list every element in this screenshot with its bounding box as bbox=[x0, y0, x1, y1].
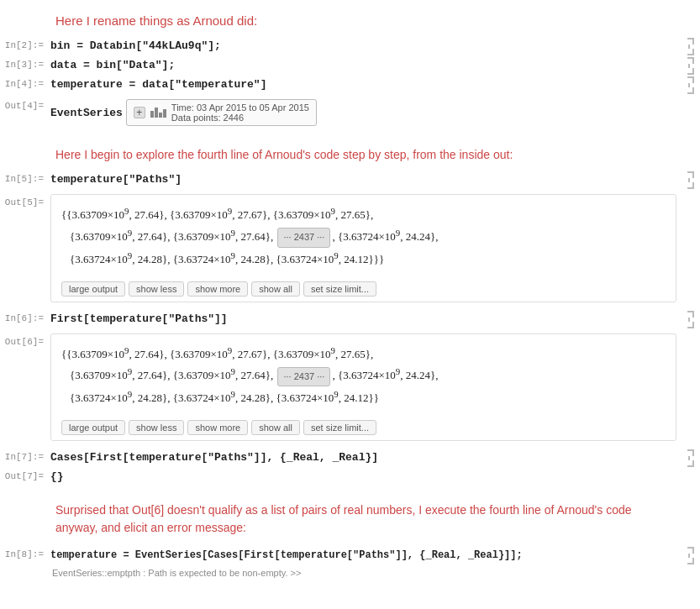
cell-in4: In[4]:= temperature = data["temperature"… bbox=[0, 75, 700, 94]
output-box-5: {{3.63709×109, 27.64}, {3.63709×109, 27.… bbox=[50, 194, 676, 302]
code-in3: data = bin["Data"]; bbox=[50, 59, 175, 71]
btn-large-output-6[interactable]: large output bbox=[61, 420, 125, 435]
output-buttons-5: large output show less show more show al… bbox=[61, 276, 666, 297]
heading-3: Surprised that Out[6] doesn't qualify as… bbox=[50, 490, 676, 542]
output-out5: {{3.63709×109, 27.64}, {3.63709×109, 27.… bbox=[49, 189, 682, 309]
input-in7[interactable]: Cases[First[temperature["Paths"]], {_Rea… bbox=[49, 448, 682, 467]
label-in6: In[6]:= bbox=[0, 309, 49, 328]
es-chart-icon bbox=[150, 108, 166, 118]
input-in4[interactable]: temperature = data["temperature"] bbox=[49, 75, 682, 94]
label-out7: Out[7]= bbox=[0, 467, 49, 486]
btn-set-size-5[interactable]: set size limit... bbox=[303, 281, 376, 297]
event-series-widget[interactable]: + Time: 03 Apr 2015 to 05 Apr 2015Data p… bbox=[126, 99, 317, 126]
cell-label-empty2 bbox=[0, 133, 49, 170]
label-in2: In[2]:= bbox=[0, 36, 49, 55]
math-line-6-2: {3.63709×109, 27.64}, {3.63709×109, 27.6… bbox=[61, 364, 666, 386]
es-plus-icon[interactable]: + bbox=[134, 107, 145, 118]
input-in6[interactable]: First[temperature["Paths"]] bbox=[49, 309, 682, 328]
btn-set-size-6[interactable]: set size limit... bbox=[303, 420, 376, 435]
label-out4: Out[4]= bbox=[0, 94, 49, 133]
cell-out7: Out[7]= {} bbox=[0, 467, 700, 486]
cell-in7: In[7]:= Cases[First[temperature["Paths"]… bbox=[0, 448, 700, 467]
cell-out6: Out[6]= {{3.63709×109, 27.64}, {3.63709×… bbox=[0, 328, 700, 449]
cell-out5: Out[5]= {{3.63709×109, 27.64}, {3.63709×… bbox=[0, 189, 700, 309]
heading-1: Here I rename things as Arnoud did: bbox=[50, 3, 676, 33]
math-out6: {{3.63709×109, 27.64}, {3.63709×109, 27.… bbox=[61, 343, 666, 409]
math-line-6-1: {{3.63709×109, 27.64}, {3.63709×109, 27.… bbox=[61, 343, 666, 365]
output-out7: {} bbox=[49, 467, 682, 486]
label-in3: In[3]:= bbox=[0, 55, 49, 75]
label-out5: Out[5]= bbox=[0, 189, 49, 309]
output-error8: EventSeries::emptpth : Path is expected … bbox=[49, 564, 682, 585]
cell-error8: EventSeries::emptpth : Path is expected … bbox=[0, 564, 700, 585]
label-in5: In[5]:= bbox=[0, 170, 49, 189]
output-box-6: {{3.63709×109, 27.64}, {3.63709×109, 27.… bbox=[50, 333, 676, 442]
cell-in6: In[6]:= First[temperature["Paths"]] bbox=[0, 309, 700, 328]
label-in8: In[8]:= bbox=[0, 545, 49, 564]
input-in3[interactable]: data = bin["Data"]; bbox=[49, 55, 682, 75]
notebook: Here I rename things as Arnoud did: In[2… bbox=[0, 0, 700, 609]
heading-cell-3: Surprised that Out[6] doesn't qualify as… bbox=[0, 486, 700, 545]
ellipsis-5[interactable]: ··· 2437 ··· bbox=[277, 228, 330, 248]
code-in7: Cases[First[temperature["Paths"]], {_Rea… bbox=[50, 451, 378, 464]
btn-show-more-5[interactable]: show more bbox=[187, 281, 248, 297]
label-error8 bbox=[0, 564, 49, 585]
code-in2: bin = Databin["44kLAu9q"]; bbox=[50, 39, 221, 52]
cell-label-empty3 bbox=[0, 486, 49, 545]
error-message-8: EventSeries::emptpth : Path is expected … bbox=[50, 566, 676, 580]
ellipsis-6[interactable]: ··· 2437 ··· bbox=[277, 367, 330, 387]
btn-large-output-5[interactable]: large output bbox=[61, 281, 125, 297]
math-line-5-2: {3.63709×109, 27.64}, {3.63709×109, 27.6… bbox=[61, 225, 666, 248]
btn-show-all-5[interactable]: show all bbox=[251, 281, 300, 297]
btn-show-less-6[interactable]: show less bbox=[129, 420, 184, 435]
es-label: EventSeries bbox=[50, 107, 123, 119]
cell-label-empty bbox=[0, 0, 49, 36]
cell-out4: Out[4]= EventSeries + Time: 03 Apr 2015 … bbox=[0, 94, 700, 133]
heading-cell-1: Here I rename things as Arnoud did: bbox=[0, 0, 700, 36]
cell-in5: In[5]:= temperature["Paths"] bbox=[0, 170, 700, 189]
output-buttons-6: large output show less show more show al… bbox=[61, 415, 666, 435]
math-out5: {{3.63709×109, 27.64}, {3.63709×109, 27.… bbox=[61, 203, 666, 270]
math-line-6-3: {3.63724×109, 24.28}, {3.63724×109, 24.2… bbox=[61, 386, 666, 408]
code-in8: temperature = EventSeries[Cases[First[te… bbox=[50, 549, 523, 561]
label-in7: In[7]:= bbox=[0, 448, 49, 467]
cell-in8: In[8]:= temperature = EventSeries[Cases[… bbox=[0, 545, 700, 564]
input-in2[interactable]: bin = Databin["44kLAu9q"]; bbox=[49, 36, 682, 55]
output-out6: {{3.63709×109, 27.64}, {3.63709×109, 27.… bbox=[49, 328, 682, 449]
code-in4: temperature = data["temperature"] bbox=[50, 78, 266, 91]
heading-2: Here I begin to explore the fourth line … bbox=[50, 136, 676, 166]
cell-in2: In[2]:= bin = Databin["44kLAu9q"]; bbox=[0, 36, 700, 55]
text-out7: {} bbox=[50, 470, 64, 483]
heading-cell-2: Here I begin to explore the fourth line … bbox=[0, 133, 700, 170]
label-out6: Out[6]= bbox=[0, 328, 49, 449]
btn-show-less-5[interactable]: show less bbox=[129, 281, 184, 297]
label-in4: In[4]:= bbox=[0, 75, 49, 94]
btn-show-more-6[interactable]: show more bbox=[187, 420, 248, 435]
btn-show-all-6[interactable]: show all bbox=[251, 420, 300, 435]
cell-in3: In[3]:= data = bin["Data"]; bbox=[0, 55, 700, 75]
math-line-5-1: {{3.63709×109, 27.64}, {3.63709×109, 27.… bbox=[61, 203, 666, 225]
output-out4: EventSeries + Time: 03 Apr 2015 to 05 Ap… bbox=[49, 94, 682, 133]
es-info: Time: 03 Apr 2015 to 05 Apr 2015Data poi… bbox=[171, 102, 309, 123]
input-in8[interactable]: temperature = EventSeries[Cases[First[te… bbox=[49, 545, 682, 564]
math-line-5-3: {3.63724×109, 24.28}, {3.63724×109, 24.2… bbox=[61, 248, 666, 270]
input-in5[interactable]: temperature["Paths"] bbox=[49, 170, 682, 189]
code-in6: First[temperature["Paths"]] bbox=[50, 312, 228, 325]
code-in5: temperature["Paths"] bbox=[50, 173, 182, 186]
